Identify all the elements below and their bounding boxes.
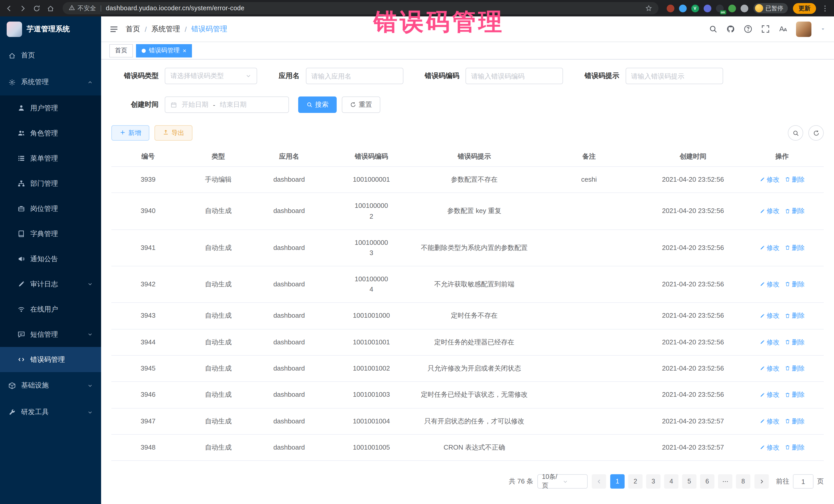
- reload-icon[interactable]: [33, 4, 41, 12]
- page-button-1[interactable]: 1: [610, 475, 624, 489]
- browser-home-icon[interactable]: [47, 4, 54, 12]
- tab-错误码管理[interactable]: 错误码管理×: [136, 44, 192, 57]
- sidebar-item-部门管理[interactable]: 部门管理: [0, 171, 101, 196]
- breadcrumb-item[interactable]: 错误码管理: [192, 24, 227, 34]
- github-icon[interactable]: [726, 25, 735, 34]
- add-button[interactable]: 新增: [111, 125, 149, 140]
- date-range-picker[interactable]: 开始日期 - 结束日期: [165, 96, 289, 113]
- refresh-table-button[interactable]: [808, 125, 824, 140]
- page-button-5[interactable]: 5: [682, 475, 697, 489]
- close-icon[interactable]: ×: [183, 47, 186, 53]
- question-icon[interactable]: [744, 25, 752, 34]
- cell-id: 3939: [111, 167, 185, 193]
- delete-link[interactable]: 删除: [785, 206, 805, 217]
- breadcrumb-item[interactable]: 系统管理: [151, 24, 180, 34]
- tab-首页[interactable]: 首页: [109, 44, 133, 57]
- page-button-8[interactable]: 8: [736, 475, 750, 489]
- green-v-extension-icon[interactable]: V: [691, 4, 699, 12]
- green-leaf-extension-icon[interactable]: [728, 4, 736, 12]
- prev-page-button[interactable]: [592, 475, 606, 489]
- purple-grid-extension-icon[interactable]: [703, 4, 711, 12]
- sidebar-item-审计日志[interactable]: 审计日志: [0, 271, 101, 297]
- forward-icon[interactable]: [19, 4, 27, 12]
- user-avatar[interactable]: [796, 21, 811, 37]
- browser-update-button[interactable]: 更新: [793, 3, 816, 14]
- edit-link[interactable]: 修改: [760, 390, 780, 400]
- edit-link[interactable]: 修改: [760, 206, 780, 217]
- next-page-button[interactable]: [754, 475, 769, 489]
- page-button-3[interactable]: 3: [646, 475, 660, 489]
- delete-link[interactable]: 删除: [785, 337, 805, 348]
- edit-link[interactable]: 修改: [760, 364, 780, 374]
- bookmark-star-icon[interactable]: [645, 4, 652, 12]
- sidebar-item-系统管理[interactable]: 系统管理: [0, 69, 101, 95]
- sidebar-item-通知公告[interactable]: 通知公告: [0, 246, 101, 271]
- more-pages-button[interactable]: [718, 475, 732, 489]
- delete-link[interactable]: 删除: [785, 364, 805, 374]
- edit-link[interactable]: 修改: [760, 311, 780, 321]
- delete-link[interactable]: 删除: [785, 311, 805, 321]
- sidebar-item-岗位管理[interactable]: 岗位管理: [0, 196, 101, 221]
- cell-remark: [532, 193, 646, 230]
- online-users-icon: [18, 305, 25, 313]
- sidebar-item-研发工具[interactable]: 研发工具: [0, 399, 101, 425]
- sidebar-item-菜单管理[interactable]: 菜单管理: [0, 146, 101, 171]
- header-actions: [709, 21, 826, 37]
- edit-link[interactable]: 修改: [760, 416, 780, 426]
- font-size-icon[interactable]: [778, 25, 787, 34]
- app-logo[interactable]: 芋道管理系统: [0, 17, 101, 42]
- cell-error-code: 1001001001: [326, 329, 416, 355]
- app-name-input[interactable]: [306, 68, 403, 84]
- sidebar-item-字典管理[interactable]: 字典管理: [0, 221, 101, 246]
- total-count: 共 76 条: [509, 477, 533, 486]
- fullscreen-icon[interactable]: [761, 25, 770, 34]
- browser-menu-icon[interactable]: [821, 4, 829, 12]
- sidebar-item-基础设施[interactable]: 基础设施: [0, 372, 101, 399]
- edit-link[interactable]: 修改: [760, 280, 780, 290]
- sidebar-collapse-button[interactable]: [109, 24, 118, 34]
- search-icon[interactable]: [709, 25, 718, 34]
- sidebar-item-首页[interactable]: 首页: [0, 42, 101, 69]
- delete-link[interactable]: 删除: [785, 443, 805, 453]
- breadcrumb-item[interactable]: 首页: [126, 24, 140, 34]
- profile-chip[interactable]: 已暂停: [753, 3, 788, 13]
- error-message-input[interactable]: [626, 68, 723, 84]
- delete-link[interactable]: 删除: [785, 416, 805, 426]
- dark-on-extension-icon[interactable]: on: [716, 4, 723, 12]
- address-bar[interactable]: 不安全 | dashboard.yudao.iocoder.cn/system/…: [63, 2, 658, 14]
- export-button[interactable]: 导出: [154, 125, 193, 140]
- edit-link[interactable]: 修改: [760, 443, 780, 453]
- puzzle-extension-icon[interactable]: [740, 4, 748, 12]
- delete-link[interactable]: 删除: [785, 243, 805, 253]
- sidebar-item-在线用户[interactable]: 在线用户: [0, 297, 101, 322]
- error-type-select[interactable]: 请选择错误码类型: [165, 68, 257, 84]
- delete-link[interactable]: 删除: [785, 175, 805, 185]
- start-date-placeholder: 开始日期: [182, 100, 208, 109]
- delete-link[interactable]: 删除: [785, 280, 805, 290]
- blue-drop-extension-icon[interactable]: [679, 4, 686, 12]
- edit-link[interactable]: 修改: [760, 337, 780, 348]
- red-extension-icon[interactable]: [666, 4, 674, 12]
- reset-button[interactable]: 重置: [342, 96, 380, 113]
- sidebar-item-短信管理[interactable]: 短信管理: [0, 322, 101, 347]
- sidebar-item-错误码管理[interactable]: 错误码管理: [0, 347, 101, 372]
- toggle-search-button[interactable]: [788, 125, 803, 140]
- page-button-6[interactable]: 6: [700, 475, 715, 489]
- sms-icon: [18, 330, 25, 338]
- edit-icon: [760, 175, 765, 185]
- back-icon[interactable]: [5, 4, 13, 12]
- page-button-4[interactable]: 4: [664, 475, 679, 489]
- goto-page-input[interactable]: [793, 475, 813, 489]
- delete-link[interactable]: 删除: [785, 390, 805, 400]
- page-button-2[interactable]: 2: [628, 475, 642, 489]
- search-button[interactable]: 搜索: [298, 96, 337, 113]
- edit-link[interactable]: 修改: [760, 175, 780, 185]
- sidebar-item-角色管理[interactable]: 角色管理: [0, 120, 101, 146]
- avatar-caret-icon[interactable]: [820, 26, 826, 32]
- edit-link[interactable]: 修改: [760, 243, 780, 253]
- cell-type: 自动生成: [185, 355, 252, 382]
- page-size-select[interactable]: 10条/页: [537, 475, 588, 489]
- cell-error-code: 1001001002: [326, 355, 416, 382]
- error-code-input[interactable]: [465, 68, 563, 84]
- sidebar-item-用户管理[interactable]: 用户管理: [0, 95, 101, 120]
